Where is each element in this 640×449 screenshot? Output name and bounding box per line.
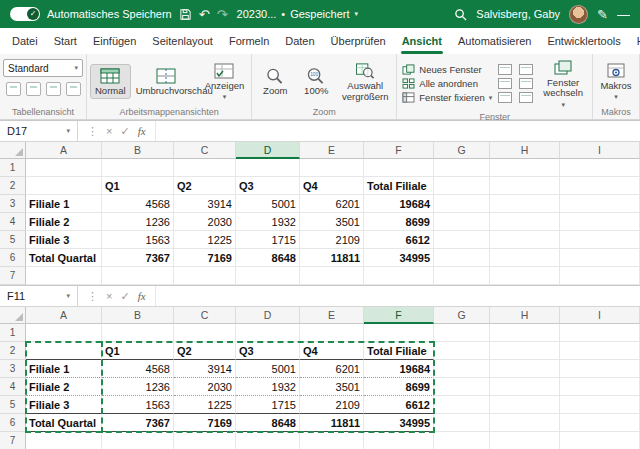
cell-F3[interactable]: 19684 [364, 360, 434, 378]
column-header-C[interactable]: C [174, 142, 236, 159]
cell-D2[interactable]: Q3 [236, 177, 300, 195]
cell-E1[interactable] [300, 324, 364, 342]
tab-ansicht[interactable]: Ansicht [394, 28, 450, 54]
cell-I2[interactable] [560, 342, 640, 360]
cell-B4[interactable]: 1236 [102, 213, 174, 231]
save-icon[interactable] [179, 8, 192, 21]
cell-B6[interactable]: 7367 [102, 414, 174, 432]
cell-B7[interactable] [102, 432, 174, 449]
cell-I2[interactable] [560, 177, 640, 195]
cell-D4[interactable]: 1932 [236, 213, 300, 231]
page-break-preview-button[interactable]: Umbruchvorschau [132, 65, 200, 98]
cell-A1[interactable] [26, 159, 102, 177]
pencil-icon[interactable]: ✎ [597, 8, 608, 21]
tab-formeln[interactable]: Formeln [221, 28, 277, 54]
cell-H4[interactable] [490, 378, 560, 396]
document-title[interactable]: 20230... • Gespeichert ▾ [237, 8, 358, 20]
cell-G3[interactable] [434, 360, 490, 378]
cell-E3[interactable]: 6201 [300, 360, 364, 378]
cell-A6[interactable]: Total Quartal [26, 414, 102, 432]
hide-window-icon[interactable] [498, 78, 512, 89]
cell-D2[interactable]: Q3 [236, 342, 300, 360]
cell-A5[interactable]: Filiale 3 [26, 396, 102, 414]
cell-C2[interactable]: Q2 [174, 342, 236, 360]
cell-C2[interactable]: Q2 [174, 177, 236, 195]
cell-A4[interactable]: Filiale 2 [26, 378, 102, 396]
cell-G1[interactable] [434, 324, 490, 342]
column-header-E[interactable]: E [300, 307, 364, 324]
freeze-panes-button[interactable]: Fenster fixieren ▾ [402, 92, 492, 103]
cell-G1[interactable] [434, 159, 490, 177]
cell-F7[interactable] [364, 267, 434, 285]
cell-F1[interactable] [364, 324, 434, 342]
synchronous-scrolling-icon[interactable] [519, 78, 533, 89]
cell-F2[interactable]: Total Filiale [364, 177, 434, 195]
tab-einfügen[interactable]: Einfügen [85, 28, 144, 54]
cell-B2[interactable]: Q1 [102, 342, 174, 360]
sheet-view-combo[interactable]: Standard ▾ [3, 59, 83, 77]
tab-überprüfen[interactable]: Überprüfen [323, 28, 394, 54]
tab-daten[interactable]: Daten [277, 28, 322, 54]
cell-H7[interactable] [490, 432, 560, 449]
cell-A5[interactable]: Filiale 3 [26, 231, 102, 249]
row-header-4[interactable]: 4 [0, 213, 26, 231]
cell-F5[interactable]: 6612 [364, 231, 434, 249]
cell-H3[interactable] [490, 195, 560, 213]
sheet-view-options-icon[interactable] [66, 82, 81, 96]
cell-E6[interactable]: 11811 [300, 414, 364, 432]
cell-I6[interactable] [560, 414, 640, 432]
column-header-G[interactable]: G [434, 142, 490, 159]
cell-I3[interactable] [560, 360, 640, 378]
cell-C5[interactable]: 1225 [174, 396, 236, 414]
column-header-A[interactable]: A [26, 307, 102, 324]
cell-H4[interactable] [490, 213, 560, 231]
zoom-button[interactable]: Zoom [255, 64, 295, 98]
cell-F1[interactable] [364, 159, 434, 177]
row-header-5[interactable]: 5 [0, 396, 26, 414]
row-header-1[interactable]: 1 [0, 159, 26, 177]
cell-G5[interactable] [434, 231, 490, 249]
cancel-icon[interactable]: × [106, 290, 112, 302]
cell-G5[interactable] [434, 396, 490, 414]
formula-input-1[interactable] [156, 121, 640, 141]
cell-H3[interactable] [490, 360, 560, 378]
reset-window-position-icon[interactable] [519, 92, 533, 103]
row-header-1[interactable]: 1 [0, 324, 26, 342]
cell-C4[interactable]: 2030 [174, 378, 236, 396]
view-side-by-side-icon[interactable] [519, 64, 533, 75]
cell-C7[interactable] [174, 267, 236, 285]
row-header-7[interactable]: 7 [0, 432, 26, 449]
cell-E6[interactable]: 11811 [300, 249, 364, 267]
cancel-icon[interactable]: × [106, 125, 112, 137]
row-header-2[interactable]: 2 [0, 177, 26, 195]
cell-E5[interactable]: 2109 [300, 396, 364, 414]
cell-C7[interactable] [174, 432, 236, 449]
cell-F6[interactable]: 34995 [364, 249, 434, 267]
cell-D5[interactable]: 1715 [236, 396, 300, 414]
zoom-to-selection-button[interactable]: Auswahl vergrößern [337, 59, 393, 104]
minimize-icon[interactable]: — [617, 8, 630, 21]
unhide-window-icon[interactable] [498, 92, 512, 103]
sheet-view-new-icon[interactable] [46, 82, 61, 96]
cell-C3[interactable]: 3914 [174, 360, 236, 378]
cell-E7[interactable] [300, 432, 364, 449]
zoom-100-button[interactable]: 100 100% [296, 64, 336, 98]
cell-A3[interactable]: Filiale 1 [26, 195, 102, 213]
cell-B7[interactable] [102, 267, 174, 285]
cell-F5[interactable]: 6612 [364, 396, 434, 414]
row-header-7[interactable]: 7 [0, 267, 26, 285]
column-header-H[interactable]: H [490, 307, 560, 324]
column-header-B[interactable]: B [102, 307, 174, 324]
name-box-1[interactable]: D17 ▾ [0, 121, 78, 141]
cell-D6[interactable]: 8648 [236, 414, 300, 432]
cell-A2[interactable] [26, 342, 102, 360]
cell-I1[interactable] [560, 159, 640, 177]
cell-H7[interactable] [490, 267, 560, 285]
redo-icon[interactable]: ↷ [217, 8, 228, 21]
autosave-toggle[interactable]: ✓ [10, 7, 40, 21]
row-header-3[interactable]: 3 [0, 195, 26, 213]
cell-D6[interactable]: 8648 [236, 249, 300, 267]
enter-icon[interactable]: ✓ [120, 125, 129, 138]
cell-G2[interactable] [434, 177, 490, 195]
column-header-I[interactable]: I [560, 142, 640, 159]
